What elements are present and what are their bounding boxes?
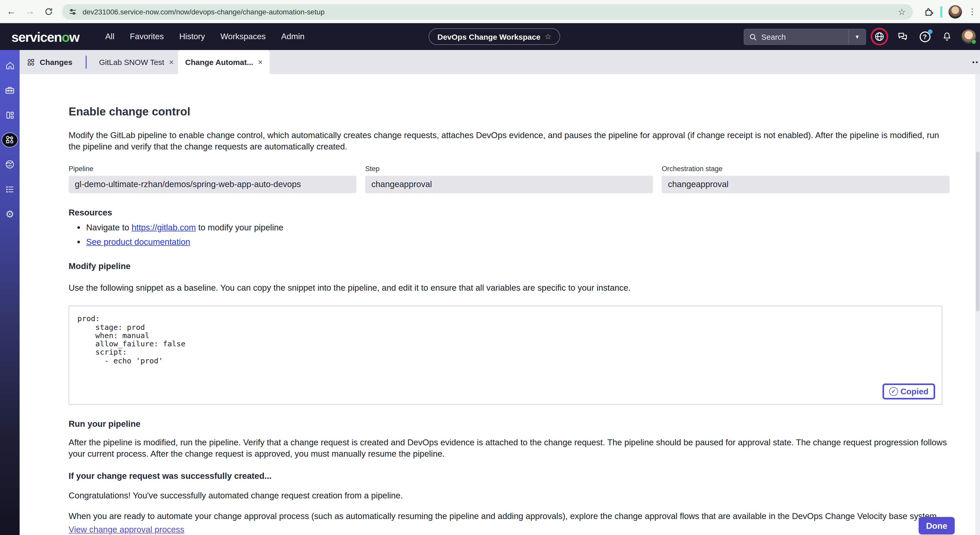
scrollbar-thumb[interactable] [976,152,980,311]
favorite-star-icon[interactable]: ☆ [545,32,552,41]
forward-icon[interactable]: → [23,4,37,19]
browser-menu-icon[interactable]: ⋮ [968,7,977,16]
tab-label: Changes [40,58,72,67]
step-field[interactable]: changeapproval [365,176,653,193]
code-line: stage: prod [77,323,942,332]
workspace-pill[interactable]: DevOps Change Workspace ☆ [429,29,560,45]
browser-profile-avatar[interactable] [948,5,962,18]
congrats-text: Congratulations! You've successfully aut… [68,490,951,502]
active-indicator [2,132,18,147]
servicenow-logo: servicenow [11,29,79,45]
tab-gitlab-snow-test[interactable]: GitLab SNOW Test × [92,50,181,74]
workspace-tab-bar: Changes GitLab SNOW Test × Change Automa… [20,50,980,74]
code-line: - echo 'prod' [77,357,942,365]
changes-tab-icon [27,58,35,66]
step-field-label: Step [365,165,653,172]
settings-icon[interactable]: ⚙ [0,202,20,226]
copy-snippet-button[interactable]: ✓ Copied [883,384,935,400]
page-title: Enable change control [68,105,951,119]
list-icon[interactable] [0,177,20,202]
toolbox-icon[interactable] [0,78,20,103]
resources-heading: Resources [68,208,951,217]
done-button[interactable]: Done [919,517,955,535]
home-icon[interactable] [0,53,20,78]
tab-label: GitLab SNOW Test [99,58,164,67]
code-line: allow_failure: false [77,340,942,348]
tab-label: Change Automat... [185,58,253,67]
search-dropdown-caret-icon[interactable]: ▼ [849,34,865,40]
search-icon [749,33,757,41]
help-icon[interactable]: ? [917,29,932,44]
gitlab-link[interactable]: https://gitlab.com [132,222,196,232]
tab-group-indicator [940,6,942,17]
pipeline-fields: Pipeline gl-demo-ultimate-rzhan/demos/sp… [68,165,951,193]
resources-list: Navigate to https://gitlab.com to modify… [68,222,951,247]
presence-status-dot [971,39,977,44]
address-bar[interactable]: dev231006.service-now.com/now/devops-cha… [62,4,913,20]
search-input[interactable]: Search ▼ [744,29,866,45]
nav-history[interactable]: History [179,32,205,41]
tab-overflow-icon[interactable]: •• [972,58,979,66]
app-sidebar: ⚙ [0,50,20,535]
nav-all[interactable]: All [105,32,115,41]
product-documentation-link[interactable]: See product documentation [86,237,190,246]
user-avatar[interactable] [961,29,976,44]
run-pipeline-description: After the pipeline is modified, run the … [68,437,951,460]
extensions-icon[interactable] [924,6,934,17]
devops-change-icon[interactable] [0,127,20,152]
search-placeholder: Search [761,32,848,41]
main-content: Enable change control Modify the GitLab … [20,74,975,535]
screen: ← → dev231006.service-now.com/now/devops… [0,0,980,535]
code-line: prod: [77,315,942,323]
list-item: See product documentation [86,237,951,247]
code-line: script: [77,348,942,357]
modify-pipeline-heading: Modify pipeline [68,261,951,271]
orchestration-stage-field-label: Orchestration stage [662,165,950,172]
code-line: when: manual [77,332,942,340]
apps-icon[interactable] [0,103,20,127]
tab-divider [86,56,87,68]
code-snippet: prod: stage: prod when: manual allow_fai… [68,306,942,405]
nav-workspaces[interactable]: Workspaces [221,32,266,41]
nav-admin[interactable]: Admin [281,32,305,41]
bell-icon[interactable] [939,29,955,44]
insights-icon[interactable] [0,152,20,177]
check-icon: ✓ [889,387,898,396]
success-heading: If your change request was successfully … [68,471,951,481]
reload-icon[interactable] [41,4,56,19]
tab-change-automation[interactable]: Change Automat... × [178,50,270,74]
scrollbar[interactable] [975,74,980,535]
browser-chrome: ← → dev231006.service-now.com/now/devops… [0,0,980,23]
chat-icon[interactable] [895,29,910,44]
url-text[interactable]: dev231006.service-now.com/now/devops-cha… [83,8,898,16]
back-icon[interactable]: ← [4,4,19,19]
nav-favorites[interactable]: Favorites [130,32,164,41]
copied-label: Copied [900,387,928,396]
close-tab-icon[interactable]: × [258,57,263,67]
intro-paragraph: Modify the GitLab pipeline to enable cha… [68,130,951,152]
site-info-icon[interactable] [68,7,77,16]
pipeline-field[interactable]: gl-demo-ultimate-rzhan/demos/spring-web-… [68,176,356,193]
pipeline-field-label: Pipeline [68,165,356,172]
help-badge [928,29,932,34]
tab-changes[interactable]: Changes [20,50,80,74]
app-header: servicenow All Favorites History Workspa… [0,23,980,50]
bookmark-star-icon[interactable]: ☆ [898,6,906,17]
modify-pipeline-description: Use the following snippet as a baseline.… [68,282,951,294]
orchestration-stage-field[interactable]: changeapproval [662,176,950,193]
close-tab-icon[interactable]: × [169,57,174,67]
list-item: Navigate to https://gitlab.com to modify… [86,222,951,232]
workspace-pill-label: DevOps Change Workspace [438,32,541,41]
globe-icon[interactable] [871,28,888,45]
next-steps-text: When you are ready to automate your chan… [68,511,951,522]
view-change-approval-link[interactable]: View change approval process [68,525,185,535]
run-pipeline-heading: Run your pipeline [68,419,951,429]
